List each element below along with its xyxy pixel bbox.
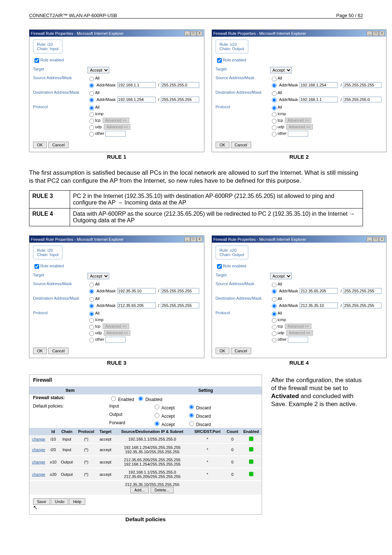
dst-mask-input[interactable] xyxy=(161,97,199,102)
dst-addr-input[interactable] xyxy=(299,303,338,308)
rule-enabled-checkbox[interactable] xyxy=(34,264,39,269)
proto-other-input[interactable] xyxy=(105,337,126,343)
change-link[interactable]: change xyxy=(32,447,45,452)
proto-all-radio[interactable] xyxy=(272,106,277,110)
src-all-radio[interactable] xyxy=(89,77,94,81)
maximize-icon[interactable]: □ xyxy=(373,237,379,242)
proto-udp-radio[interactable] xyxy=(272,331,277,336)
src-addr-input[interactable] xyxy=(299,82,338,88)
proto-icmp-radio[interactable] xyxy=(272,318,277,323)
undo-button[interactable]: Undo xyxy=(51,498,68,505)
minimize-icon[interactable]: _ xyxy=(367,237,372,242)
help-button[interactable]: Help xyxy=(69,498,85,505)
rule-enabled-checkbox[interactable] xyxy=(217,264,222,269)
ok-button[interactable]: OK xyxy=(216,348,229,354)
src-addr-input[interactable] xyxy=(117,288,156,294)
proto-other-input[interactable] xyxy=(288,131,308,137)
ok-button[interactable]: OK xyxy=(33,142,47,148)
dst-mask-input[interactable] xyxy=(343,97,381,102)
dst-addr-input[interactable] xyxy=(299,97,338,102)
proto-other-radio[interactable] xyxy=(272,132,277,137)
add-button[interactable]: Add... xyxy=(130,487,149,493)
dst-addrmask-radio[interactable] xyxy=(272,98,277,102)
forward-accept-radio[interactable] xyxy=(155,421,159,426)
src-all-radio[interactable] xyxy=(272,283,277,287)
src-all-radio[interactable] xyxy=(89,283,94,287)
proto-tcp-radio[interactable] xyxy=(89,325,94,329)
output-discard-radio[interactable] xyxy=(189,413,194,418)
target-select[interactable]: Accept xyxy=(270,67,292,73)
delete-button[interactable]: Delete... xyxy=(151,487,173,493)
proto-tcp-radio[interactable] xyxy=(272,119,277,123)
minimize-icon[interactable]: _ xyxy=(184,31,190,36)
cancel-button[interactable]: Cancel xyxy=(48,142,69,148)
maximize-icon[interactable]: □ xyxy=(191,237,196,242)
src-addrmask-radio[interactable] xyxy=(89,289,94,294)
dst-mask-input[interactable] xyxy=(161,303,199,308)
dst-all-radio[interactable] xyxy=(89,297,94,302)
change-link[interactable]: change xyxy=(32,437,45,441)
proto-udp-radio[interactable] xyxy=(89,331,94,336)
input-discard-radio[interactable] xyxy=(189,405,194,409)
target-select[interactable]: Accept xyxy=(87,67,109,73)
src-mask-input[interactable] xyxy=(161,288,199,294)
cancel-button[interactable]: Cancel xyxy=(231,142,251,148)
src-mask-input[interactable] xyxy=(343,82,381,88)
proto-udp-radio[interactable] xyxy=(89,125,94,130)
minimize-icon[interactable]: _ xyxy=(367,31,372,36)
input-accept-radio[interactable] xyxy=(155,405,159,409)
dst-addrmask-radio[interactable] xyxy=(272,304,277,308)
proto-other-input[interactable] xyxy=(288,337,308,343)
target-select[interactable]: Accept xyxy=(87,273,109,279)
proto-icmp-radio[interactable] xyxy=(89,112,94,117)
dst-all-radio[interactable] xyxy=(89,91,94,96)
close-icon[interactable]: × xyxy=(379,237,385,242)
cancel-button[interactable]: Cancel xyxy=(48,348,69,354)
proto-tcp-radio[interactable] xyxy=(272,325,277,329)
dst-addr-input[interactable] xyxy=(117,303,156,308)
proto-other-input[interactable] xyxy=(105,131,126,137)
proto-other-radio[interactable] xyxy=(272,338,277,343)
rule-enabled-checkbox[interactable] xyxy=(34,58,39,63)
dst-addrmask-radio[interactable] xyxy=(89,304,94,308)
maximize-icon[interactable]: □ xyxy=(191,31,196,36)
proto-other-radio[interactable] xyxy=(89,132,94,137)
rule-enabled-checkbox[interactable] xyxy=(217,58,222,63)
proto-udp-radio[interactable] xyxy=(272,125,277,130)
src-mask-input[interactable] xyxy=(343,288,381,294)
src-addrmask-radio[interactable] xyxy=(272,83,277,88)
proto-icmp-radio[interactable] xyxy=(89,318,94,323)
status-enabled-radio[interactable] xyxy=(111,396,116,401)
close-icon[interactable]: × xyxy=(197,237,203,242)
proto-tcp-radio[interactable] xyxy=(89,119,94,123)
output-accept-radio[interactable] xyxy=(155,413,159,418)
ok-button[interactable]: OK xyxy=(216,142,229,148)
forward-discard-radio[interactable] xyxy=(189,421,194,426)
dst-mask-input[interactable] xyxy=(343,303,381,308)
status-disabled-radio[interactable] xyxy=(138,396,143,401)
dst-all-radio[interactable] xyxy=(272,297,277,302)
cancel-button[interactable]: Cancel xyxy=(231,348,251,354)
src-mask-input[interactable] xyxy=(161,82,199,88)
change-link[interactable]: change xyxy=(32,472,45,477)
dst-addrmask-radio[interactable] xyxy=(89,98,94,102)
dst-addr-input[interactable] xyxy=(117,97,156,102)
src-addr-input[interactable] xyxy=(117,82,156,88)
ok-button[interactable]: OK xyxy=(33,348,47,354)
proto-all-radio[interactable] xyxy=(272,312,277,316)
close-icon[interactable]: × xyxy=(197,31,203,36)
proto-icmp-radio[interactable] xyxy=(272,112,277,117)
close-icon[interactable]: × xyxy=(379,31,385,36)
minimize-icon[interactable]: _ xyxy=(184,237,190,242)
dst-all-radio[interactable] xyxy=(272,91,277,96)
src-addrmask-radio[interactable] xyxy=(272,289,277,294)
src-addr-input[interactable] xyxy=(299,288,338,294)
src-addrmask-radio[interactable] xyxy=(89,83,94,88)
change-link[interactable]: change xyxy=(32,460,45,464)
maximize-icon[interactable]: □ xyxy=(373,31,379,36)
proto-other-radio[interactable] xyxy=(89,338,94,343)
src-all-radio[interactable] xyxy=(272,77,277,81)
target-select[interactable]: Accept xyxy=(270,273,292,279)
proto-all-radio[interactable] xyxy=(89,106,94,110)
proto-all-radio[interactable] xyxy=(89,312,94,316)
